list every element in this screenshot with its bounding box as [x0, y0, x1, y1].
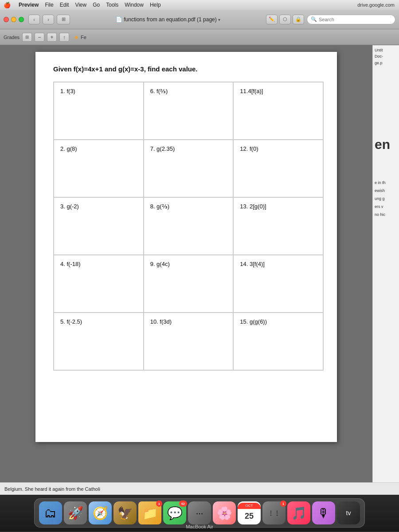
favorites-label: Fe	[81, 35, 86, 40]
problem-cell-12: 12. f(0)	[233, 140, 323, 197]
problem-label-6: 6. f(⅔)	[150, 88, 227, 94]
messages-badge: 62	[179, 501, 187, 507]
share-button[interactable]: ↑	[59, 33, 69, 42]
zoom-out-button[interactable]: −	[35, 33, 44, 42]
dock-eagle[interactable]: 🦅	[113, 501, 137, 524]
dock-dots[interactable]: ···	[188, 501, 211, 524]
problem-label-1: 1. f(3)	[60, 88, 137, 94]
title-dropdown[interactable]: ▾	[218, 17, 220, 22]
problem-cell-7: 7. g(2.35)	[144, 140, 234, 197]
title-text: functions from an equation.pdf (1 page)	[124, 16, 216, 23]
problem-cell-2: 2. g(8)	[54, 140, 144, 197]
right-label-page: ge.p	[375, 61, 383, 65]
menu-file[interactable]: File	[45, 2, 53, 8]
search-icon: 🔍	[311, 16, 317, 22]
right-label-untit: Untit	[375, 48, 383, 52]
problem-cell-6: 6. f(⅔)	[144, 82, 234, 140]
right-label-doc: Doc-	[375, 54, 383, 59]
apple-menu[interactable]: 🍎	[4, 2, 11, 8]
url-text: drive.google.com	[357, 2, 395, 8]
side-text-2: ewish	[375, 187, 397, 195]
problem-cell-13: 13. 2[g(0)]	[233, 197, 323, 255]
dock-finder[interactable]: 🗂	[39, 501, 62, 524]
dock-control-center[interactable]: ⋮⋮ 1	[262, 501, 286, 524]
side-text-1: e in th	[375, 179, 397, 187]
minimize-button[interactable]	[11, 17, 16, 22]
dock: 🗂 🚀 🧭 🦅 📁 1 💬 62 ··· 🌸	[34, 498, 365, 528]
problem-cell-3: 3. g(-2)	[54, 197, 144, 255]
main-area: Given f(x)=4x+1 and g(x)=x-3, find each …	[0, 45, 399, 482]
sidebar-button[interactable]: ⊞	[57, 15, 70, 24]
problem-label-14: 14. 3[f(4)]	[240, 261, 317, 267]
menu-view[interactable]: View	[75, 2, 86, 8]
problem-cell-5: 5. f(-2.5)	[54, 313, 144, 370]
pdf-area: Given f(x)=4x+1 and g(x)=x-3, find each …	[0, 45, 372, 482]
maximize-button[interactable]	[19, 17, 24, 22]
dock-folder[interactable]: 📁 1	[138, 501, 161, 524]
problem-cell-4: 4. f(-18)	[54, 255, 144, 313]
problem-label-8: 8. g(⅔)	[150, 203, 227, 210]
menu-go[interactable]: Go	[93, 2, 100, 8]
document-title: 📄 functions from an equation.pdf (1 page…	[73, 16, 263, 23]
pdf-title: Given f(x)=4x+1 and g(x)=x-3, find each …	[53, 65, 324, 73]
menu-window[interactable]: Window	[125, 2, 144, 8]
menubar-url: drive.google.com	[357, 0, 395, 10]
favorites-star[interactable]: ★	[74, 34, 79, 41]
menu-tools[interactable]: Tools	[106, 2, 118, 8]
folder-badge: 1	[156, 501, 162, 507]
problem-label-9: 9. g(4c)	[150, 261, 227, 267]
toolbar: ‹ › ⊞ 📄 functions from an equation.pdf (…	[0, 10, 399, 29]
dock-safari[interactable]: 🧭	[89, 501, 112, 524]
problem-label-10: 10. f(3d)	[150, 318, 227, 325]
pdf-page: Given f(x)=4x+1 and g(x)=x-3, find each …	[35, 52, 337, 442]
menu-preview[interactable]: Preview	[19, 2, 39, 8]
problem-label-5: 5. f(-2.5)	[60, 318, 137, 325]
dock-calendar[interactable]: OCT 25	[238, 501, 261, 524]
right-panel-top: Untit Doc- ge.p	[375, 47, 397, 66]
side-text-5: no hic	[375, 211, 397, 219]
bottom-text: Belgium. She heard it again from the Cat…	[4, 486, 100, 492]
dock-podcasts[interactable]: 🎙	[312, 501, 335, 524]
search-box[interactable]: 🔍	[307, 15, 395, 24]
close-button[interactable]	[4, 17, 9, 22]
side-text-4: ers v	[375, 203, 397, 211]
macbook-label: MacBook Air	[186, 524, 213, 529]
problem-label-3: 3. g(-2)	[60, 203, 137, 210]
problem-cell-15: 15. g(g(6))	[233, 313, 323, 370]
problem-cell-14: 14. 3[f(4)]	[233, 255, 323, 313]
sidebar-toggle[interactable]: ⊞	[22, 33, 32, 42]
dock-music[interactable]: 🎵	[287, 501, 310, 524]
problem-label-7: 7. g(2.35)	[150, 145, 227, 152]
problem-label-11: 11.4[f(a)]	[240, 88, 317, 94]
edit-button[interactable]: ✏️	[266, 15, 278, 24]
window-controls	[4, 17, 24, 22]
problem-cell-8: 8. g(⅔)	[144, 197, 234, 255]
zoom-in-button[interactable]: +	[47, 33, 57, 42]
right-panel: Untit Doc- ge.p en e in th ewish ung g e…	[372, 45, 399, 482]
problems-grid: 1. f(3) 6. f(⅔) 11.4[f(a)] 2. g(8) 7. g(…	[53, 82, 324, 371]
grades-label: Grades	[4, 35, 20, 40]
dock-apple-tv[interactable]: tv	[337, 501, 360, 524]
problem-cell-9: 9. g(4c)	[144, 255, 234, 313]
menu-help[interactable]: Help	[150, 2, 161, 8]
dock-area: 🗂 🚀 🧭 🦅 📁 1 💬 62 ··· 🌸	[0, 495, 399, 531]
dock-launchpad[interactable]: 🚀	[64, 501, 87, 524]
menu-edit[interactable]: Edit	[60, 2, 69, 8]
problem-label-4: 4. f(-18)	[60, 261, 137, 267]
forward-button[interactable]: ›	[43, 15, 54, 24]
nav-button[interactable]: ⬡	[279, 15, 291, 24]
toolbar2: Grades ⊞ − + ↑ ★ Fe	[0, 29, 399, 45]
back-button[interactable]: ‹	[28, 15, 40, 24]
dock-messages[interactable]: 💬 62	[163, 501, 186, 524]
side-text-3: ung g	[375, 195, 397, 203]
problem-label-13: 13. 2[g(0)]	[240, 203, 317, 210]
problem-label-15: 15. g(g(6))	[240, 318, 317, 325]
en-label: en	[375, 137, 397, 152]
right-side-texts: e in th ewish ung g ers v no hic	[375, 179, 397, 219]
dock-photos[interactable]: 🌸	[213, 501, 236, 524]
lock-button[interactable]: 🔒	[293, 15, 304, 24]
search-input[interactable]	[319, 17, 391, 22]
problem-cell-1: 1. f(3)	[54, 82, 144, 140]
menubar: 🍎 Preview File Edit View Go Tools Window…	[0, 0, 399, 10]
problem-label-12: 12. f(0)	[240, 145, 317, 152]
